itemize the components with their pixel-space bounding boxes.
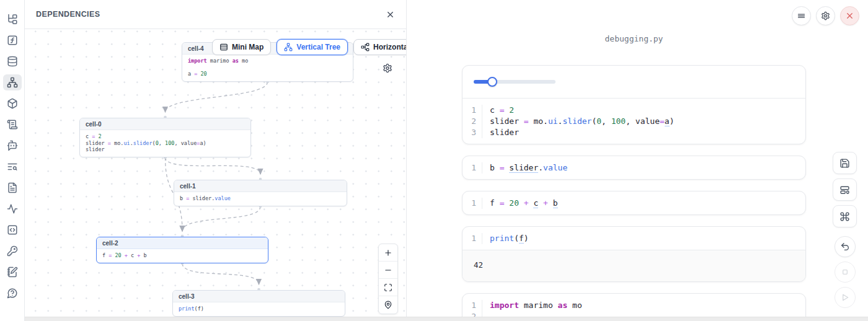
line-numbers: 123 [463, 105, 482, 138]
graph-node-code: print(f) [173, 302, 345, 316]
sidebar-item-scratchpad[interactable] [3, 264, 22, 280]
app-layout-icon [839, 185, 850, 195]
app-layout-button[interactable] [833, 178, 857, 201]
code-square-icon [7, 224, 18, 235]
scroll-to-cell-button[interactable] [379, 296, 397, 314]
key-icon [7, 245, 18, 257]
line-numbers: 1 [463, 198, 482, 209]
help-circle-icon [7, 288, 18, 299]
graph-node-cell-1[interactable]: cell-1b = slider.value [174, 180, 347, 206]
view-button-label: Vertical Tree [296, 43, 340, 51]
dependencies-panel: DEPENDENCIES Mini MapVertical TreeHorizo… [25, 0, 407, 321]
graph-node-code: f = 20 + c + b [97, 249, 268, 263]
save-icon [839, 158, 850, 169]
slider-input[interactable] [474, 80, 556, 84]
scroll-text-icon [7, 119, 18, 130]
code-editor[interactable]: 1b = slider.value [463, 156, 805, 179]
graph-node-title: cell-3 [173, 291, 345, 302]
sidebar-item-dependencies[interactable] [3, 74, 22, 90]
sidebar-item-snippets[interactable] [3, 222, 22, 238]
graph-toolbar: Mini MapVertical TreeHorizontal Tree [212, 39, 406, 55]
stop-button[interactable] [835, 262, 856, 283]
tree-horizontal-icon [361, 43, 370, 51]
fit-view-icon [384, 283, 392, 292]
sidebar-item-logs[interactable] [3, 159, 22, 175]
file-tree-icon [7, 14, 18, 25]
code-editor[interactable]: 1print(f) [463, 227, 805, 250]
graph-zoom-controls [378, 244, 398, 314]
undo-button[interactable] [835, 236, 856, 257]
view-button-vertical-tree[interactable]: Vertical Tree [277, 39, 348, 55]
save-button[interactable] [833, 152, 857, 174]
network-icon [7, 77, 18, 88]
graph-settings-button[interactable] [383, 63, 392, 75]
zoom-out-button[interactable] [379, 262, 397, 279]
graph-node-cell-3[interactable]: cell-3print(f) [172, 290, 345, 317]
graph-node-cell-0[interactable]: cell-0c = 2slider = mo.ui.slider(0, 100,… [79, 118, 251, 157]
graph-node-title: cell-0 [80, 118, 250, 130]
view-button-label: Mini Map [232, 43, 264, 51]
code-lines: print(f) [482, 233, 529, 244]
notebook-cell-4: 1print(f)42 [462, 226, 806, 282]
sidebar-item-tracing[interactable] [3, 201, 22, 217]
notebook-settings-button[interactable] [816, 6, 835, 25]
graph-node-code: import marimo as mo a = 20 [182, 55, 353, 81]
shutdown-button[interactable] [840, 6, 859, 25]
sidebar-item-packages[interactable] [3, 95, 22, 112]
view-button-mini-map[interactable]: Mini Map [212, 39, 271, 55]
text-search-icon [7, 161, 18, 172]
slider-thumb[interactable] [487, 77, 497, 87]
zoom-out-icon [384, 266, 392, 275]
graph-settings-icon [383, 63, 392, 73]
tree-vertical-icon [284, 43, 293, 51]
package-icon [7, 98, 18, 109]
panel-title: DEPENDENCIES [36, 10, 100, 19]
keyboard-shortcuts-button[interactable] [833, 205, 857, 227]
graph-node-cell-2[interactable]: cell-2f = 20 + c + b [96, 237, 268, 263]
shutdown-icon [845, 11, 854, 20]
function-square-icon [7, 35, 18, 46]
minimap-icon [219, 43, 228, 51]
sidebar-item-variables[interactable] [3, 32, 22, 48]
notebook-pen-icon [7, 266, 18, 278]
fit-view-button[interactable] [379, 279, 397, 296]
dependencies-panel-header: DEPENDENCIES [25, 0, 406, 29]
code-lines: f = 20 + c + b [482, 198, 558, 209]
panel-close-button[interactable] [386, 10, 395, 19]
sidebar-item-chat[interactable] [3, 138, 22, 154]
code-lines: c = 2slider = mo.ui.slider(0, 100, value… [482, 105, 674, 138]
stop-icon [840, 267, 850, 277]
notebook-menu-button[interactable] [792, 6, 811, 25]
view-button-horizontal-tree[interactable]: Horizontal Tree [353, 39, 406, 55]
line-numbers: 1 [463, 233, 482, 244]
sidebar-item-data-sources[interactable] [3, 53, 22, 69]
run-all-icon [840, 292, 850, 302]
bot-chat-icon [7, 140, 18, 151]
sidebar-item-documentation[interactable] [3, 180, 22, 196]
horizontal-scrollbar[interactable] [25, 317, 868, 321]
sidebar-item-outline[interactable] [3, 117, 22, 133]
graph-node-title: cell-2 [97, 237, 268, 249]
line-numbers: 1 [463, 162, 482, 174]
sidebar-item-file-explorer[interactable] [3, 11, 22, 27]
graph-node-code: b = slider.value [174, 192, 347, 206]
keyboard-shortcuts-icon [839, 211, 850, 222]
database-icon [7, 56, 18, 67]
slider-output-area [463, 66, 805, 99]
window-buttons [792, 6, 859, 25]
sidebar-item-help[interactable] [3, 285, 22, 301]
notebook-filename[interactable]: debugging.py [462, 34, 806, 43]
graph-canvas[interactable]: Mini MapVertical TreeHorizontal Tree cel… [25, 29, 406, 321]
notebook-cell-1: 123c = 2slider = mo.ui.slider(0, 100, va… [462, 65, 806, 144]
zoom-in-icon [384, 248, 392, 257]
notebook-menu-icon [797, 11, 806, 20]
code-lines: b = slider.value [482, 162, 567, 174]
icon-sidebar [0, 0, 25, 321]
cells-column: 123c = 2slider = mo.ui.slider(0, 100, va… [462, 65, 806, 321]
file-text-icon [7, 182, 18, 193]
run-all-button[interactable] [835, 287, 856, 308]
code-editor[interactable]: 1f = 20 + c + b [463, 191, 805, 214]
zoom-in-button[interactable] [379, 244, 397, 262]
sidebar-item-secrets[interactable] [3, 243, 22, 259]
code-editor[interactable]: 123c = 2slider = mo.ui.slider(0, 100, va… [463, 99, 805, 144]
